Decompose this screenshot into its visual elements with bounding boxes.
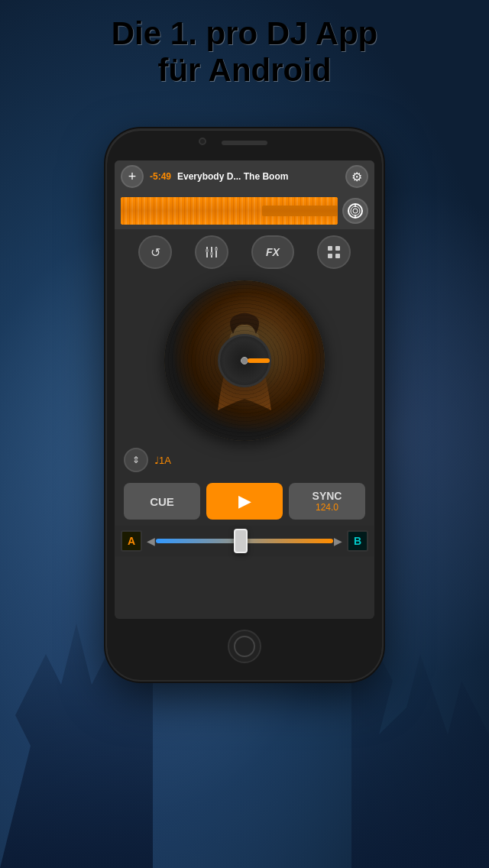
fx-button[interactable]: FX	[251, 235, 294, 269]
play-icon: ▶	[238, 491, 251, 511]
svg-rect-12	[335, 246, 340, 251]
phone-speaker	[222, 141, 267, 145]
svg-rect-11	[328, 246, 332, 251]
crossfader-arrow-left: ◀	[147, 535, 155, 547]
svg-rect-10	[215, 248, 218, 251]
waveform-overlay	[121, 197, 338, 225]
svg-rect-14	[335, 254, 340, 258]
phone-home-inner	[234, 636, 255, 657]
key-adjust-icon: ⇕	[132, 455, 140, 465]
grid-button[interactable]	[317, 235, 351, 269]
vinyl-icon	[348, 203, 363, 219]
crossfader-row: A ◀ ▶ B	[115, 526, 374, 556]
crossfader-track[interactable]: ◀ ▶	[147, 532, 342, 550]
cue-button[interactable]: CUE	[124, 483, 200, 520]
eq-button[interactable]	[195, 235, 228, 269]
app-heading: Die 1. pro DJ App für Android	[0, 15, 489, 89]
svg-rect-13	[328, 254, 332, 258]
turntable-area[interactable]	[115, 275, 374, 443]
crossfader-arrow-right: ▶	[334, 535, 342, 547]
eq-icon	[203, 244, 220, 261]
crossfader-handle[interactable]	[234, 529, 248, 553]
add-track-button[interactable]: +	[121, 165, 144, 188]
svg-point-1	[351, 206, 360, 215]
sync-button[interactable]: SYNC 124.0	[289, 483, 365, 520]
heading-line2: für Android	[0, 52, 489, 89]
key-note-display: ♩1A	[154, 455, 171, 466]
top-bar: + -5:49 Everybody D... The Boom ⚙	[115, 160, 374, 193]
vinyl-mode-button[interactable]	[342, 198, 368, 224]
info-row: ⇕ ♩1A	[115, 443, 374, 477]
waveform-area[interactable]	[115, 193, 374, 229]
key-adjust-button[interactable]: ⇕	[124, 448, 148, 472]
phone-shell: + -5:49 Everybody D... The Boom ⚙	[107, 130, 382, 680]
phone-home-button[interactable]	[228, 630, 261, 663]
track-time: -5:49	[150, 171, 171, 182]
waveform-display[interactable]	[121, 197, 338, 225]
vinyl-center	[218, 334, 271, 387]
fx-label: FX	[266, 246, 280, 258]
svg-rect-8	[206, 249, 209, 252]
turntable-disc[interactable]	[164, 280, 325, 441]
svg-point-2	[353, 209, 358, 213]
grid-icon	[326, 245, 342, 260]
phone-screen: + -5:49 Everybody D... The Boom ⚙	[115, 160, 374, 619]
track-info: Everybody D... The Boom	[177, 171, 339, 182]
play-button[interactable]: ▶	[206, 483, 283, 520]
gear-icon: ⚙	[351, 170, 362, 184]
phone-camera	[199, 138, 206, 145]
loop-button[interactable]: ↺	[138, 235, 172, 269]
channel-a-label: A	[121, 530, 142, 552]
loop-icon: ↺	[151, 245, 160, 260]
heading-line1: Die 1. pro DJ App	[0, 15, 489, 52]
svg-rect-9	[210, 252, 213, 255]
vinyl-position-line	[248, 358, 270, 363]
action-row: CUE ▶ SYNC 124.0	[115, 477, 374, 526]
settings-button[interactable]: ⚙	[345, 165, 368, 188]
controls-row: ↺ FX	[115, 229, 374, 275]
channel-b-label: B	[347, 530, 368, 552]
